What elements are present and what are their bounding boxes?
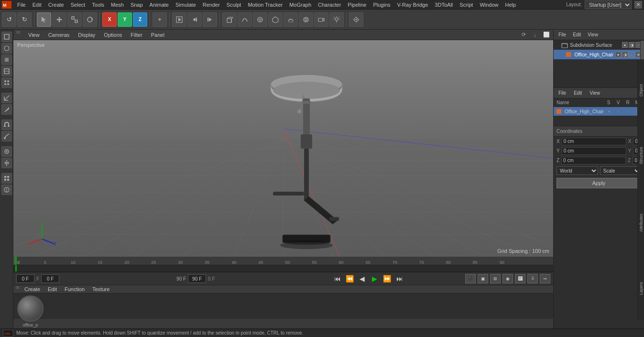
panel-tab-view2[interactable]: View (587, 89, 603, 97)
rotate-tool-btn[interactable] (83, 12, 97, 27)
render-dots-btn[interactable]: ⚫ (465, 274, 476, 283)
menu-select[interactable]: Select (68, 1, 88, 9)
obj-list-item-chair[interactable]: Office_High_Chair ● ○ ○ ○ (554, 107, 644, 116)
texture-mode-btn[interactable] (1, 43, 12, 54)
move-tool-btn[interactable] (52, 12, 66, 27)
deformer-btn[interactable] (284, 12, 298, 27)
menu-character[interactable]: Character (315, 1, 344, 9)
go-to-start-btn[interactable]: ⏮ (332, 273, 343, 284)
vp-icon-move[interactable]: ⟳ (520, 31, 527, 39)
coord-scale-select[interactable]: ScaleSize (600, 166, 642, 175)
menu-help[interactable]: Help (502, 1, 519, 9)
menu-mesh[interactable]: Mesh (108, 1, 127, 9)
menu-sculpt[interactable]: Sculpt (224, 1, 244, 9)
vp-menu-cameras[interactable]: Cameras (46, 31, 72, 39)
menu-motion-tracker[interactable]: Motion Tracker (245, 1, 285, 9)
scale-tool-btn[interactable] (67, 12, 82, 27)
panel-tab-file[interactable]: File (556, 31, 569, 38)
menu-edit[interactable]: Edit (30, 1, 44, 9)
scene-btn[interactable] (299, 12, 313, 27)
menu-snap[interactable]: Snap (128, 1, 146, 9)
panel-tab-view[interactable]: View (585, 31, 601, 38)
layout-select[interactable]: Startup [User] (585, 0, 632, 9)
material-preview[interactable] (17, 295, 44, 322)
render-settings-btn[interactable] (349, 12, 363, 27)
light-btn[interactable] (329, 12, 344, 27)
vp-menu-panel[interactable]: Panel (149, 31, 167, 39)
object-axis-btn[interactable] (1, 93, 12, 103)
edge-mode-btn[interactable] (1, 66, 12, 76)
coord-y-pos[interactable] (562, 147, 626, 155)
knife-btn[interactable] (1, 104, 12, 115)
y-axis-btn[interactable]: Y (118, 12, 132, 27)
nurbs-btn[interactable] (253, 12, 267, 27)
menu-script[interactable]: Script (457, 1, 476, 9)
menu-simulate[interactable]: Simulate (173, 1, 199, 9)
redo-btn[interactable]: ↻ (17, 12, 32, 27)
material-create-menu[interactable]: Create (22, 285, 43, 293)
play-btn[interactable]: ▶ (370, 273, 380, 284)
grid-btn[interactable] (1, 173, 12, 184)
next-key-btn[interactable] (203, 12, 217, 27)
play-reverse-btn[interactable]: ◀ (357, 273, 368, 284)
select-tool-btn[interactable] (37, 12, 51, 27)
coord-world-select[interactable]: WorldObject (557, 166, 598, 175)
magnet-btn[interactable] (1, 120, 12, 130)
vp-menu-display[interactable]: Display (76, 31, 98, 39)
current-frame-input[interactable] (16, 274, 34, 283)
menu-vray-bridge[interactable]: V-Ray Bridge (394, 1, 431, 9)
menu-animate[interactable]: Animate (147, 1, 172, 9)
viewport-3d[interactable]: Perspective Grid Spacing : 100 cm Y X Z (13, 40, 553, 257)
undo-btn[interactable]: ↺ (2, 12, 16, 27)
render-live-btn[interactable]: ◉ (502, 274, 513, 283)
vp-menu-options[interactable]: Options (101, 31, 124, 39)
step-fwd-btn[interactable]: ⏩ (382, 273, 393, 284)
vp-icon-maximize[interactable]: ⬜ (543, 31, 550, 39)
chair-icon2[interactable]: ◑ (622, 52, 628, 57)
menu-render[interactable]: Render (200, 1, 223, 9)
brush-btn[interactable] (1, 131, 12, 141)
chair-icon3[interactable]: ○ (629, 52, 634, 57)
menu-create[interactable]: Create (45, 1, 67, 9)
panel-tab-edit[interactable]: Edit (570, 31, 584, 38)
apply-button[interactable]: Apply (557, 178, 641, 188)
vp-menu-filter[interactable]: Filter (128, 31, 144, 39)
polygon-btn[interactable] (268, 12, 283, 27)
menu-3dtoall[interactable]: 3DToAll (432, 1, 456, 9)
menu-pipeline[interactable]: Pipeline (345, 1, 369, 9)
mirror-btn[interactable] (1, 158, 12, 168)
material-texture-menu[interactable]: Texture (90, 285, 112, 293)
subdiv-icon2[interactable]: ◑ (629, 42, 634, 48)
material-edit-menu[interactable]: Edit (45, 285, 59, 293)
material-function-menu[interactable]: Function (62, 285, 87, 293)
coord-x-pos[interactable] (562, 138, 626, 145)
panel-tab-edit2[interactable]: Edit (571, 89, 585, 97)
point-mode-btn[interactable] (1, 77, 12, 88)
right-tab-attributes[interactable]: Attributes (638, 210, 644, 236)
render-icon-btn[interactable]: 🅿 (515, 274, 525, 283)
spline-btn[interactable] (238, 12, 252, 27)
menu-file[interactable]: File (14, 1, 29, 9)
object-item-subdivision[interactable]: Subdivision Surface ● ◑ ○ (554, 40, 644, 50)
new-object-btn[interactable]: + (153, 12, 167, 27)
model-mode-btn[interactable] (1, 32, 12, 42)
start-frame-input[interactable] (41, 274, 59, 283)
render-dots2-btn[interactable]: ⠿ (527, 274, 538, 283)
vp-icon-down[interactable]: ↓ (531, 31, 539, 39)
camera-btn[interactable] (314, 12, 328, 27)
render-mode-btn[interactable]: ▣ (478, 274, 488, 283)
menu-window[interactable]: Window (477, 1, 501, 9)
step-back-btn[interactable]: ⏪ (345, 273, 355, 284)
x-axis-btn[interactable]: X (102, 12, 117, 27)
panel-tab-file2[interactable]: File (556, 89, 569, 97)
chair-icon1[interactable]: ● (615, 52, 621, 57)
right-tab-object[interactable]: Object (638, 80, 644, 100)
go-to-end-btn[interactable]: ⏭ (394, 273, 405, 284)
cube-btn[interactable] (222, 12, 237, 27)
snap-btn[interactable] (1, 146, 12, 157)
vp-menu-view[interactable]: View (26, 31, 42, 39)
z-axis-btn[interactable]: Z (133, 12, 147, 27)
subdiv-icon1[interactable]: ● (622, 42, 628, 48)
polygon-mode-btn[interactable] (1, 54, 12, 65)
prev-key-btn[interactable] (187, 12, 202, 27)
